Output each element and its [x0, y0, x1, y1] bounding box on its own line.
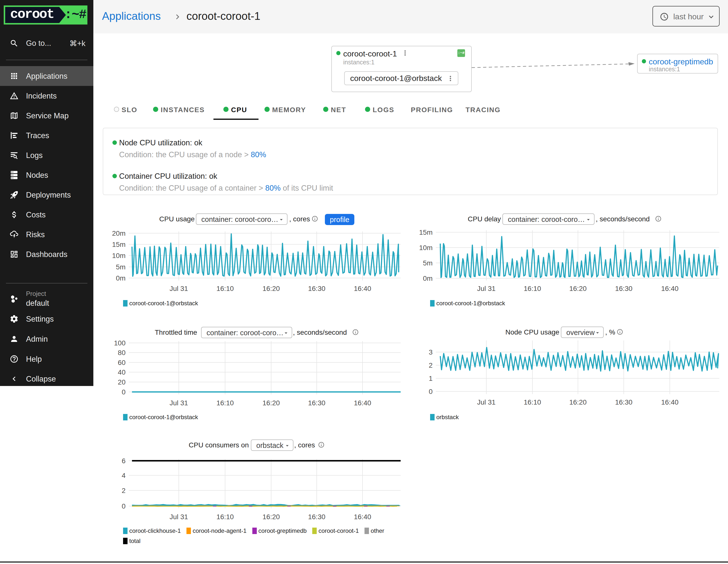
svg-text:16:40: 16:40	[354, 513, 371, 521]
svg-text:0: 0	[122, 388, 126, 396]
svg-text:40: 40	[118, 368, 126, 376]
svg-text:20m: 20m	[112, 230, 126, 237]
svg-text:15m: 15m	[112, 241, 126, 248]
svg-text:1: 1	[429, 375, 433, 382]
svg-text:5m: 5m	[116, 263, 126, 271]
svg-text:6: 6	[122, 457, 126, 465]
svg-text:Jul 31: Jul 31	[477, 398, 496, 406]
svg-text:10m: 10m	[112, 252, 126, 259]
svg-text:5m: 5m	[423, 259, 433, 267]
svg-text:80: 80	[118, 349, 126, 357]
svg-text:16:40: 16:40	[661, 285, 678, 292]
svg-text:16:30: 16:30	[615, 398, 632, 406]
svg-text:16:20: 16:20	[262, 399, 280, 407]
svg-text:60: 60	[118, 359, 126, 366]
svg-text:16:10: 16:10	[524, 285, 541, 292]
svg-text:0: 0	[429, 388, 433, 395]
svg-text:16:20: 16:20	[569, 285, 587, 292]
svg-text:Jul 31: Jul 31	[477, 285, 496, 292]
svg-text:Jul 31: Jul 31	[170, 513, 188, 521]
svg-text:16:10: 16:10	[216, 399, 234, 407]
svg-text:16:40: 16:40	[661, 398, 678, 406]
svg-text:16:10: 16:10	[524, 398, 541, 406]
svg-text:2: 2	[122, 487, 126, 494]
svg-text:0: 0	[122, 502, 126, 510]
svg-text:16:40: 16:40	[354, 399, 371, 407]
svg-text:16:10: 16:10	[216, 513, 234, 521]
svg-text:16:30: 16:30	[308, 285, 325, 292]
svg-text:20: 20	[118, 378, 126, 386]
svg-text:0m: 0m	[116, 274, 126, 282]
svg-text:3: 3	[429, 348, 433, 356]
svg-text:16:30: 16:30	[308, 399, 325, 407]
svg-text:Jul 31: Jul 31	[170, 285, 188, 292]
svg-text:10m: 10m	[419, 244, 433, 252]
svg-text:15m: 15m	[419, 229, 433, 236]
svg-text:16:40: 16:40	[354, 285, 371, 292]
svg-text:16:10: 16:10	[216, 285, 234, 292]
svg-text:16:20: 16:20	[569, 398, 587, 406]
svg-text:16:30: 16:30	[308, 513, 325, 521]
svg-text:16:30: 16:30	[615, 285, 632, 292]
svg-text:100: 100	[114, 339, 126, 347]
svg-text:0m: 0m	[423, 275, 433, 282]
svg-text:2: 2	[429, 361, 433, 369]
svg-text:4: 4	[122, 472, 126, 479]
svg-text:16:20: 16:20	[262, 513, 280, 521]
svg-text:16:20: 16:20	[262, 285, 280, 292]
svg-text:Jul 31: Jul 31	[170, 399, 188, 407]
